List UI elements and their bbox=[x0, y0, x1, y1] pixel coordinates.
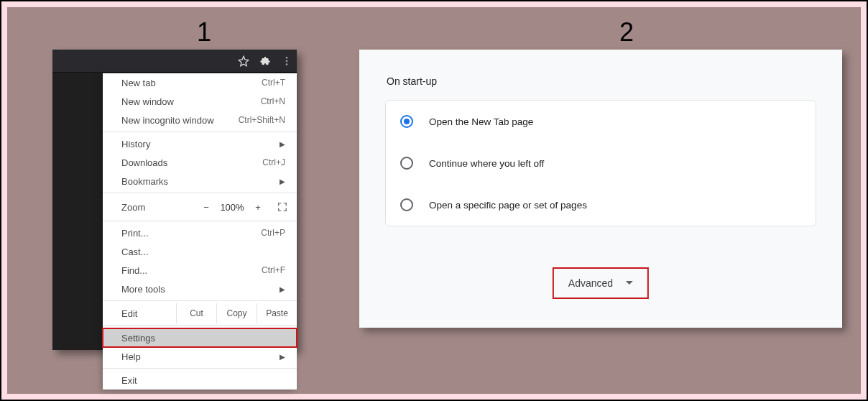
menu-shortcut: Ctrl+J bbox=[262, 157, 285, 167]
menu-label: New window bbox=[121, 96, 174, 107]
zoom-in-button[interactable]: + bbox=[248, 202, 268, 213]
radio-label: Continue where you left off bbox=[429, 158, 544, 169]
radio-option-specific[interactable]: Open a specific page or set of pages bbox=[386, 184, 816, 226]
menu-shortcut: Ctrl+N bbox=[261, 96, 285, 106]
extensions-icon[interactable] bbox=[259, 55, 271, 67]
step-number-2: 2 bbox=[619, 17, 634, 47]
radio-label: Open the New Tab page bbox=[429, 116, 533, 127]
chevron-right-icon: ▶ bbox=[280, 353, 285, 361]
menu-label: New tab bbox=[121, 78, 156, 88]
menu-label: Find... bbox=[121, 265, 147, 276]
menu-item-history[interactable]: History ▶ bbox=[103, 134, 297, 153]
menu-label: Print... bbox=[121, 228, 149, 239]
chrome-menu: New tab Ctrl+T New window Ctrl+N New inc… bbox=[103, 73, 297, 390]
menu-item-downloads[interactable]: Downloads Ctrl+J bbox=[103, 153, 297, 172]
menu-item-bookmarks[interactable]: Bookmarks ▶ bbox=[103, 172, 297, 190]
section-title: On start-up bbox=[387, 75, 816, 87]
radio-option-new-tab[interactable]: Open the New Tab page bbox=[386, 101, 816, 142]
menu-divider bbox=[103, 132, 297, 132]
menu-item-new-window[interactable]: New window Ctrl+N bbox=[103, 92, 297, 111]
menu-label: Bookmarks bbox=[121, 176, 168, 187]
menu-item-help[interactable]: Help ▶ bbox=[103, 347, 297, 366]
menu-item-cast[interactable]: Cast... bbox=[103, 242, 297, 261]
menu-divider bbox=[103, 193, 297, 193]
menu-item-find[interactable]: Find... Ctrl+F bbox=[103, 261, 297, 280]
menu-item-zoom: Zoom − 100% + bbox=[103, 195, 297, 218]
browser-window: New tab Ctrl+T New window Ctrl+N New inc… bbox=[52, 50, 297, 350]
menu-shortcut: Ctrl+F bbox=[262, 265, 285, 275]
radio-icon bbox=[400, 157, 413, 170]
startup-options-card: Open the New Tab page Continue where you… bbox=[385, 100, 816, 226]
menu-label: Cast... bbox=[121, 246, 149, 257]
radio-label: Open a specific page or set of pages bbox=[429, 200, 587, 211]
menu-item-more-tools[interactable]: More tools ▶ bbox=[103, 280, 297, 298]
menu-divider bbox=[103, 300, 297, 301]
menu-divider bbox=[103, 326, 297, 326]
menu-label: New incognito window bbox=[121, 115, 214, 126]
menu-label: Downloads bbox=[121, 157, 167, 168]
chevron-right-icon: ▶ bbox=[280, 285, 285, 293]
menu-label: Settings bbox=[121, 333, 155, 344]
chevron-down-icon bbox=[626, 281, 633, 288]
fullscreen-icon[interactable] bbox=[268, 202, 297, 212]
zoom-value: 100% bbox=[216, 202, 248, 213]
svg-point-0 bbox=[286, 57, 288, 59]
menu-item-new-tab[interactable]: New tab Ctrl+T bbox=[103, 73, 297, 92]
advanced-label: Advanced bbox=[568, 277, 613, 289]
menu-label: Help bbox=[121, 351, 141, 362]
menu-item-new-incognito[interactable]: New incognito window Ctrl+Shift+N bbox=[103, 111, 297, 129]
menu-shortcut: Ctrl+P bbox=[261, 228, 285, 238]
menu-item-edit: Edit Cut Copy Paste bbox=[103, 303, 297, 323]
menu-item-settings[interactable]: Settings bbox=[103, 328, 297, 347]
edit-label: Edit bbox=[121, 308, 176, 319]
menu-label: More tools bbox=[121, 284, 165, 295]
menu-shortcut: Ctrl+Shift+N bbox=[239, 115, 285, 125]
menu-item-print[interactable]: Print... Ctrl+P bbox=[103, 223, 297, 242]
svg-point-1 bbox=[286, 60, 288, 62]
radio-icon bbox=[400, 115, 413, 128]
paste-button[interactable]: Paste bbox=[257, 303, 297, 323]
menu-label: History bbox=[121, 139, 150, 149]
menu-item-exit[interactable]: Exit bbox=[103, 371, 297, 390]
settings-startup-panel: On start-up Open the New Tab page Contin… bbox=[359, 50, 842, 328]
copy-button[interactable]: Copy bbox=[216, 303, 257, 323]
browser-toolbar bbox=[52, 50, 297, 73]
menu-label: Exit bbox=[121, 375, 137, 386]
kebab-menu-icon[interactable] bbox=[281, 55, 292, 67]
radio-option-continue[interactable]: Continue where you left off bbox=[386, 142, 816, 184]
star-icon[interactable] bbox=[238, 55, 249, 67]
cut-button[interactable]: Cut bbox=[176, 303, 216, 323]
chevron-right-icon: ▶ bbox=[280, 178, 285, 185]
chevron-right-icon: ▶ bbox=[280, 140, 285, 148]
radio-icon bbox=[400, 198, 413, 211]
step-number-1: 1 bbox=[197, 17, 211, 47]
zoom-out-button[interactable]: − bbox=[196, 202, 216, 213]
menu-shortcut: Ctrl+T bbox=[262, 78, 285, 88]
menu-divider bbox=[103, 368, 297, 369]
menu-divider bbox=[103, 221, 297, 221]
svg-point-2 bbox=[286, 63, 288, 65]
zoom-label: Zoom bbox=[121, 202, 196, 213]
advanced-toggle[interactable]: Advanced bbox=[553, 267, 649, 299]
